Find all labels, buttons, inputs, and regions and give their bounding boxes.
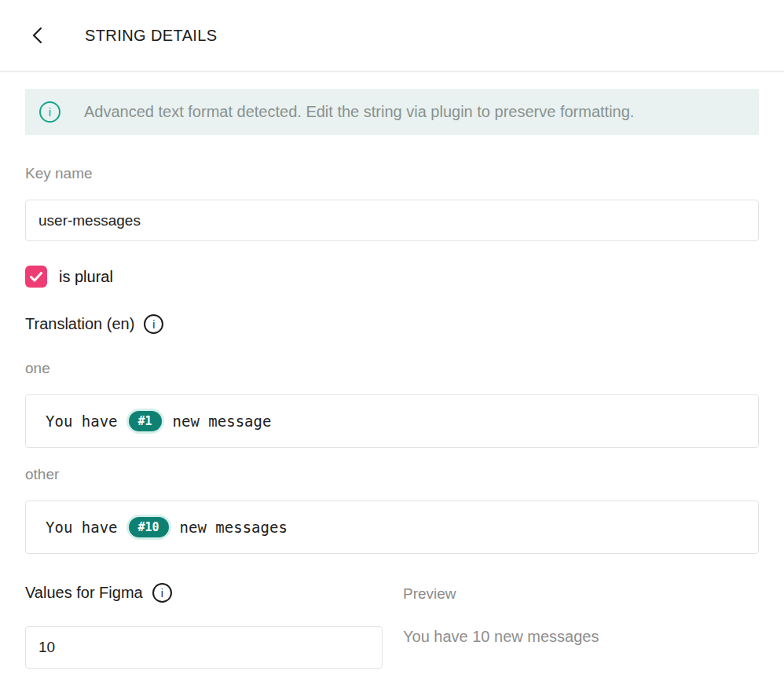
values-for-figma-label: Values for Figma xyxy=(25,584,143,602)
translation-info-icon[interactable]: i xyxy=(144,314,163,334)
translation-other-suffix: new messages xyxy=(180,519,288,536)
placeholder-token-10: #10 xyxy=(129,517,169,537)
plural-form-one-label: one xyxy=(25,360,759,377)
values-input[interactable] xyxy=(25,626,383,669)
preview-section: Preview You have 10 new messages xyxy=(403,583,759,669)
info-banner: i Advanced text format detected. Edit th… xyxy=(25,89,759,135)
translation-heading: Translation (en) i xyxy=(25,314,759,334)
content: i Advanced text format detected. Edit th… xyxy=(0,72,784,669)
preview-text: You have 10 new messages xyxy=(403,628,599,645)
key-name-input[interactable] xyxy=(25,200,759,241)
is-plural-checkbox[interactable]: is plural xyxy=(25,266,113,288)
values-info-icon[interactable]: i xyxy=(152,583,172,603)
checkbox xyxy=(25,266,47,288)
translation-input-other[interactable]: You have #10 new messages xyxy=(25,500,759,554)
info-circle-icon: i xyxy=(39,101,60,123)
plural-form-other-label: other xyxy=(25,466,759,483)
values-heading: Values for Figma i xyxy=(25,583,383,603)
translation-one-prefix: You have xyxy=(46,412,118,430)
header: STRING DETAILS xyxy=(0,0,784,72)
page-title: STRING DETAILS xyxy=(85,27,218,45)
banner-message: Advanced text format detected. Edit the … xyxy=(84,103,634,121)
values-for-figma-section: Values for Figma i xyxy=(25,583,383,669)
key-name-label: Key name xyxy=(25,165,759,182)
translation-other-prefix: You have xyxy=(46,519,118,536)
is-plural-label: is plural xyxy=(59,268,113,286)
translation-label: Translation (en) xyxy=(25,315,134,333)
translation-input-one[interactable]: You have #1 new message xyxy=(25,394,759,448)
bottom-row: Values for Figma i Preview You have 10 n… xyxy=(25,583,759,669)
key-name-section: Key name xyxy=(25,165,759,241)
placeholder-token-1: #1 xyxy=(129,411,162,431)
back-button[interactable] xyxy=(25,24,49,47)
translation-one-suffix: new message xyxy=(173,412,272,430)
back-chevron-icon xyxy=(31,26,44,45)
preview-label: Preview xyxy=(403,585,759,603)
check-icon xyxy=(30,272,42,282)
